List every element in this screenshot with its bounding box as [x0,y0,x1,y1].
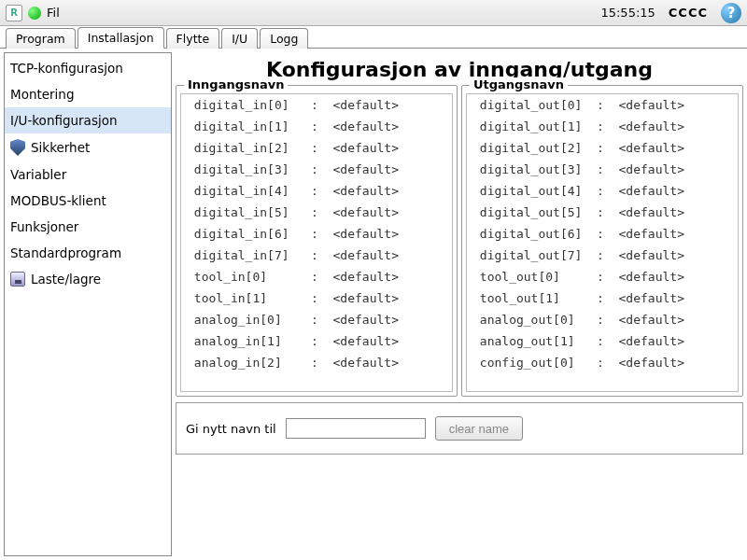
input-names-fieldset: Inngangsnavn digital_in[0] : <default> d… [176,85,458,397]
input-row[interactable]: analog_in[2] : <default> [181,352,452,373]
shield-icon [10,139,25,156]
sidebar-item-tcp-konfigurasjon[interactable]: TCP-konfigurasjon [5,55,171,81]
sidebar-item-label: Sikkerhet [31,140,90,155]
sidebar-item-standardprogram[interactable]: Standardprogram [5,240,171,266]
rename-input[interactable] [286,418,426,439]
output-row[interactable]: digital_out[1] : <default> [467,116,738,137]
output-row[interactable]: digital_out[0] : <default> [467,94,738,116]
rename-panel: Gi nytt navn til clear name [176,402,743,455]
sidebar-item-funksjoner[interactable]: Funksjoner [5,214,171,240]
sidebar-item-variabler[interactable]: Variabler [5,161,171,188]
sidebar-item-label: TCP-konfigurasjon [10,61,123,76]
rename-label: Gi nytt navn til [186,422,276,436]
help-icon[interactable]: ? [721,3,741,23]
topbar: R Fil 15:55:15 CCCC ? [0,0,747,26]
tab-row: ProgramInstallasjonFlytteI/ULogg [0,26,747,49]
input-row[interactable]: digital_in[1] : <default> [181,116,452,137]
floppy-disk-icon [10,272,25,287]
tab-flytte[interactable]: Flytte [166,28,220,49]
input-row[interactable]: digital_in[4] : <default> [181,180,452,202]
app-logo: R [6,5,22,21]
tab-program[interactable]: Program [6,28,76,49]
sidebar-item-label: MODBUS-klient [10,193,106,208]
clock: 15:55:15 [600,6,655,20]
input-row[interactable]: tool_in[1] : <default> [181,287,452,309]
output-row[interactable]: digital_out[5] : <default> [467,202,738,223]
output-row[interactable]: config_out[0] : <default> [467,352,738,373]
output-names-fieldset: Utgangsnavn digital_out[0] : <default> d… [461,85,743,397]
output-row[interactable]: digital_out[3] : <default> [467,159,738,180]
sidebar-item-label: Variabler [10,167,66,182]
sidebar-item-sikkerhet[interactable]: Sikkerhet [5,133,171,161]
sidebar-item-i-u-konfigurasjon[interactable]: I/U-konfigurasjon [5,107,171,133]
output-row[interactable]: analog_out[0] : <default> [467,309,738,330]
input-legend: Inngangsnavn [184,77,288,91]
clear-name-button[interactable]: clear name [435,416,523,441]
tab-i-u[interactable]: I/U [221,28,258,49]
sidebar-item-laste-lagre[interactable]: Laste/lagre [5,266,171,292]
output-row[interactable]: tool_out[0] : <default> [467,266,738,287]
input-scrollbox[interactable]: digital_in[0] : <default> digital_in[1] … [180,93,453,392]
input-row[interactable]: digital_in[3] : <default> [181,159,452,180]
input-row[interactable]: digital_in[7] : <default> [181,245,452,266]
input-row[interactable]: digital_in[5] : <default> [181,202,452,223]
input-row[interactable]: analog_in[1] : <default> [181,330,452,352]
output-scrollbox[interactable]: digital_out[0] : <default> digital_out[1… [466,93,739,392]
sidebar-item-label: Funksjoner [10,219,78,234]
input-row[interactable]: digital_in[6] : <default> [181,223,452,245]
input-row[interactable]: digital_in[0] : <default> [181,94,452,116]
output-row[interactable]: digital_out[7] : <default> [467,245,738,266]
input-row[interactable]: digital_in[2] : <default> [181,137,452,159]
output-legend: Utgangsnavn [470,77,568,91]
output-row[interactable]: digital_out[4] : <default> [467,180,738,202]
main-panel: Konfigurasjon av inngang/utgang Inngangs… [176,52,743,556]
sidebar: TCP-konfigurasjonMonteringI/U-konfiguras… [4,52,172,556]
sidebar-item-label: Montering [10,87,75,102]
sidebar-item-modbus-klient[interactable]: MODBUS-klient [5,188,171,214]
tab-logg[interactable]: Logg [260,28,308,49]
sidebar-item-montering[interactable]: Montering [5,81,171,107]
sidebar-item-label: Standardprogram [10,245,121,260]
menu-file[interactable]: Fil [47,6,60,20]
sidebar-item-label: Laste/lagre [31,272,101,287]
input-row[interactable]: analog_in[0] : <default> [181,309,452,330]
sidebar-item-label: I/U-konfigurasjon [10,113,118,128]
globe-icon [28,7,41,20]
output-row[interactable]: tool_out[1] : <default> [467,287,738,309]
input-row[interactable]: tool_in[0] : <default> [181,266,452,287]
tab-installasjon[interactable]: Installasjon [78,27,164,49]
output-row[interactable]: digital_out[2] : <default> [467,137,738,159]
status-cccc: CCCC [669,6,708,20]
output-row[interactable]: analog_out[1] : <default> [467,330,738,352]
output-row[interactable]: digital_out[6] : <default> [467,223,738,245]
